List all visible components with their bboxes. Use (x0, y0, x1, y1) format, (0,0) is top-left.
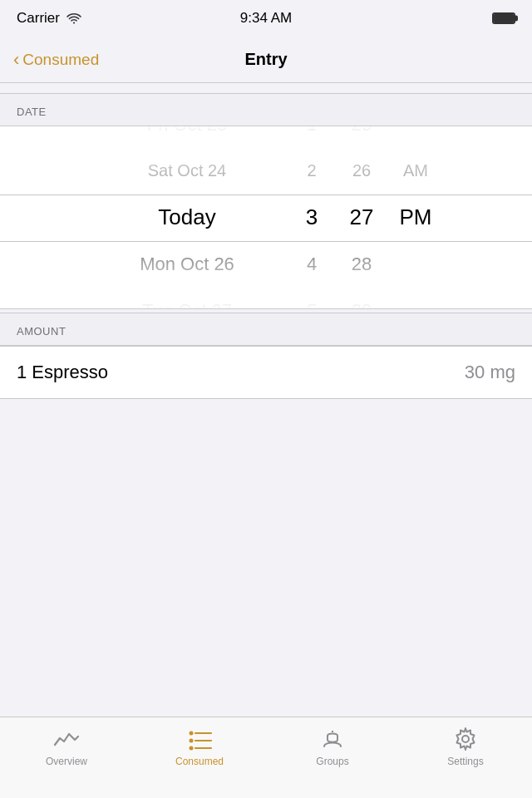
svg-point-7 (462, 736, 469, 742)
settings-icon (452, 726, 479, 752)
amount-section-header: AMOUNT (0, 313, 532, 346)
picker-date-selected: Today (91, 195, 283, 241)
groups-icon (319, 726, 346, 752)
picker-minute-row: 26 (340, 148, 383, 195)
picker-date-row: Tue Oct 27 (91, 288, 283, 310)
status-bar: Carrier 9:34 AM (0, 0, 532, 37)
amount-item-name: 1 Espresso (17, 362, 108, 383)
picker-columns: Wed Oct 21 Thu Oct 22 Fri Oct 23 Sat Oct… (0, 126, 532, 308)
status-time: 9:34 AM (240, 10, 292, 27)
chevron-left-icon: ‹ (13, 49, 19, 71)
nav-bar: ‹ Consumed Entry (0, 37, 532, 83)
page-title: Entry (244, 50, 287, 69)
picker-minute-selected: 27 (340, 195, 383, 241)
wifi-icon (66, 12, 81, 24)
carrier-label: Carrier (17, 10, 60, 27)
svg-point-2 (190, 739, 194, 743)
picker-hour-row: 4 (290, 241, 333, 288)
picker-ampm-row: · (390, 288, 441, 310)
overview-icon (53, 726, 80, 752)
back-label: Consumed (22, 51, 99, 69)
minute-column[interactable]: 23 24 25 26 27 28 29 30 31 (337, 126, 387, 309)
amount-section-label: AMOUNT (17, 325, 66, 337)
picker-hour-row: 2 (290, 148, 333, 195)
picker-date-row: Sat Oct 24 (91, 148, 283, 195)
date-picker[interactable]: Wed Oct 21 Thu Oct 22 Fri Oct 23 Sat Oct… (0, 126, 532, 309)
picker-minute-row: 25 (340, 126, 383, 148)
picker-ampm-am: AM (390, 148, 441, 195)
amount-row[interactable]: 1 Espresso 30 mg (0, 346, 532, 399)
consumed-icon (186, 726, 213, 752)
picker-ampm-selected: PM (390, 195, 441, 241)
ampm-column[interactable]: · · · AM PM · · · · (387, 126, 445, 309)
date-section-label: DATE (17, 106, 47, 118)
picker-date-row: Fri Oct 23 (91, 126, 283, 148)
picker-minute-row: 28 (340, 241, 383, 288)
svg-point-4 (190, 746, 194, 751)
tab-overview-label: Overview (46, 756, 87, 767)
picker-ampm-row: · (390, 126, 441, 148)
date-column[interactable]: Wed Oct 21 Thu Oct 22 Fri Oct 23 Sat Oct… (87, 126, 287, 309)
date-section-header: DATE (0, 93, 532, 126)
tab-groups-label: Groups (316, 756, 348, 767)
hour-column[interactable]: 1 12 1 2 3 4 5 6 7 (287, 126, 337, 309)
picker-hour-row: 5 (290, 288, 333, 310)
tab-bar: Overview Consumed Groups (0, 717, 532, 798)
tab-settings[interactable]: Settings (399, 726, 532, 767)
tab-consumed-label: Consumed (175, 756, 224, 767)
tab-overview[interactable]: Overview (0, 726, 133, 767)
tab-settings-label: Settings (447, 756, 483, 767)
battery-icon (492, 12, 515, 24)
svg-point-0 (190, 732, 194, 736)
picker-hour-row: 1 (290, 126, 333, 148)
picker-ampm-row: · (390, 241, 441, 288)
tab-groups[interactable]: Groups (266, 726, 399, 767)
picker-minute-row: 29 (340, 288, 383, 310)
tab-consumed[interactable]: Consumed (133, 726, 266, 767)
back-button[interactable]: ‹ Consumed (13, 49, 99, 71)
picker-date-row: Mon Oct 26 (91, 241, 283, 288)
picker-hour-selected: 3 (290, 195, 333, 241)
amount-item-value: 30 mg (465, 362, 515, 383)
